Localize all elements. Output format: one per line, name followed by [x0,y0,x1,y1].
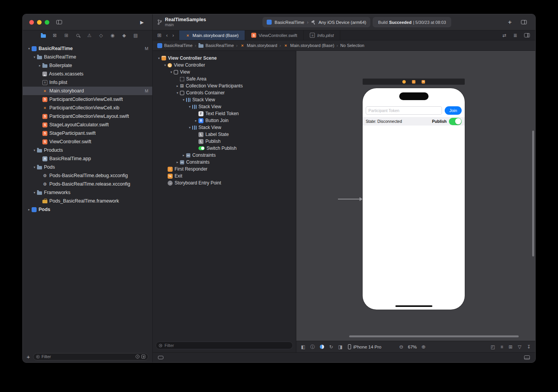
disclosure-triangle[interactable]: ▸ [175,160,180,164]
zoom-value[interactable]: 67% [408,345,417,349]
inspector-toggle-button[interactable] [521,20,527,24]
disclosure-triangle[interactable]: ▸ [27,208,32,211]
info-button[interactable]: ⓘ [310,345,315,349]
file-row[interactable]: ▾BasicRealTime [23,53,152,61]
zoom-out-icon[interactable]: ⊖ [399,344,403,349]
outline-row[interactable]: ▸Constraints [153,159,296,166]
breadcrumb-item[interactable]: ×Main.storyboard (Base) [283,43,334,48]
breadcrumb-item[interactable]: BasicRealTime [157,43,193,48]
file-row[interactable]: ▾Products [23,146,152,154]
disclosure-triangle[interactable]: ▾ [169,70,174,74]
file-row[interactable]: ▾Pods [23,163,152,171]
participant-token-field[interactable]: Participant Token [366,106,442,115]
outline-row[interactable]: ▾Stack View [153,96,296,103]
outline-row[interactable]: ▾View [153,69,296,75]
orientation-button[interactable]: ◨ [338,345,342,349]
scheme-selector[interactable]: BasicRealTime › Any iOS Device (arm64) [262,17,370,27]
outline-row[interactable]: LPublish [153,138,296,145]
breadcrumb-item[interactable]: ×Main.storyboard [240,43,277,48]
outline-row[interactable]: Switch Publish [153,145,296,152]
dock-first-responder-icon[interactable]: ↑ [412,80,415,84]
outline-row[interactable]: FText Field Token [153,110,296,117]
source-control-tab[interactable]: ⊠ [49,33,61,38]
disclosure-triangle[interactable]: ▸ [37,64,42,67]
resolve-layout-button[interactable]: ▽ [518,345,521,349]
appearance-button[interactable] [320,345,324,349]
outline-row[interactable]: ▾View Controller Scene [153,55,296,62]
version-editor-button[interactable]: ⇄ [503,33,506,38]
outline-row[interactable]: ▾Stack View [153,103,296,110]
add-file-button[interactable]: + [27,354,30,360]
canvas-page-icon[interactable] [158,356,163,359]
file-row[interactable]: ×ParticipantCollectionViewCell.xib [23,104,152,112]
editor-tab[interactable]: ×Main.storyboard (Base) [179,30,245,40]
disclosure-triangle[interactable]: ▾ [163,63,168,67]
outline-row[interactable]: ▸BButton Join [153,117,296,124]
close-window-button[interactable] [29,20,34,25]
dock-view-controller-icon[interactable] [402,80,406,84]
outline-row[interactable]: →Storyboard Entry Point [153,179,296,186]
editor-pane-button[interactable]: ◧ [301,345,305,349]
file-row[interactable]: ≡Info.plist [23,78,152,87]
source-control-status-icon[interactable] [141,355,145,358]
file-row[interactable]: SParticipantCollectionViewCell.swift [23,95,152,104]
file-row[interactable]: ⚙Pods-BasicRealTime.debug.xcconfig [23,171,152,180]
breadcrumb-item[interactable]: BasicRealTime [198,43,234,48]
project-status[interactable]: RealTimeSamples main [157,17,206,27]
editor-tab[interactable]: ≡Info.plist [304,30,340,40]
horizontal-scrollbar[interactable] [349,335,519,337]
tests-tab[interactable]: ◇ [95,33,107,38]
file-row[interactable]: SParticipantCollectionViewLayout.swift [23,112,152,121]
file-row[interactable]: ▾BasicRealTimeM [23,44,152,53]
disclosure-triangle[interactable]: ▾ [27,47,32,50]
state-label[interactable]: State: Disconnected [366,119,402,124]
file-row[interactable]: SStageLayoutCalculator.swift [23,121,152,129]
related-items-button[interactable]: ⊞ [157,33,161,38]
navigator-filter-field[interactable]: Filter [33,353,148,360]
activity-viewer[interactable]: Build Succeeded | 5/30/23 at 08:03 [373,17,451,27]
run-button[interactable]: ▶ [140,20,144,25]
outline-row[interactable]: ▾Controls Container [153,89,296,96]
outline-row[interactable]: Safe Area [153,75,296,82]
disclosure-triangle[interactable]: ▾ [32,191,37,194]
file-row[interactable]: SStageParticipant.swift [23,129,152,137]
pin-button[interactable]: ◰ [491,345,495,349]
add-editor-button[interactable] [524,33,530,37]
embed-button[interactable]: ↧ [527,345,531,349]
minimize-window-button[interactable] [37,20,42,25]
outline-row[interactable]: ↑First Responder [153,166,296,173]
file-row[interactable]: ▾Frameworks [23,188,152,197]
file-row[interactable]: ABasicRealTime.app [23,154,152,163]
disclosure-triangle[interactable]: ▾ [187,105,192,109]
outline-row[interactable]: ▾View Controller [153,62,296,69]
editor-tab[interactable]: SViewController.swift [245,30,304,40]
debug-tab[interactable]: ◉ [107,33,118,38]
disclosure-triangle[interactable]: ▸ [193,119,198,122]
storyboard-entry-arrow[interactable] [338,199,362,199]
breadcrumb-item[interactable]: No Selection [340,43,364,48]
disclosure-triangle[interactable]: ▾ [32,55,37,59]
disclosure-triangle[interactable]: ▾ [187,126,192,129]
disclosure-triangle[interactable]: ▾ [175,91,180,95]
disclosure-triangle[interactable]: ▾ [181,98,186,102]
editor-options-button[interactable]: ≣ [513,33,517,38]
outline-row[interactable]: ↪Exit [153,173,296,179]
debug-area-toggle-icon[interactable] [524,355,530,360]
file-row[interactable]: ×Main.storyboardM [23,87,152,95]
outline-row[interactable]: ▸Constraints [153,152,296,159]
issues-tab[interactable]: ⚠ [84,33,95,38]
disclosure-triangle[interactable]: ▸ [181,153,186,157]
recent-files-icon[interactable] [136,355,140,358]
outline-filter-field[interactable]: Filter [156,342,293,349]
disclosure-triangle[interactable]: ▾ [32,165,37,169]
breakpoints-tab[interactable]: ◆ [118,33,130,38]
rotate-device-button[interactable]: ↻ [329,345,333,349]
join-button[interactable]: Join [445,106,462,115]
forward-chevron-button[interactable]: › [172,33,174,38]
file-row[interactable]: ⚙Pods-BasicRealTime.release.xcconfig [23,180,152,188]
zoom-in-icon[interactable]: ⊕ [422,344,426,349]
file-row[interactable]: SViewController.swift [23,137,152,146]
file-row[interactable]: ▸Pods [23,205,152,214]
disclosure-triangle[interactable]: ▸ [175,84,180,88]
back-chevron-button[interactable]: ‹ [166,33,168,38]
